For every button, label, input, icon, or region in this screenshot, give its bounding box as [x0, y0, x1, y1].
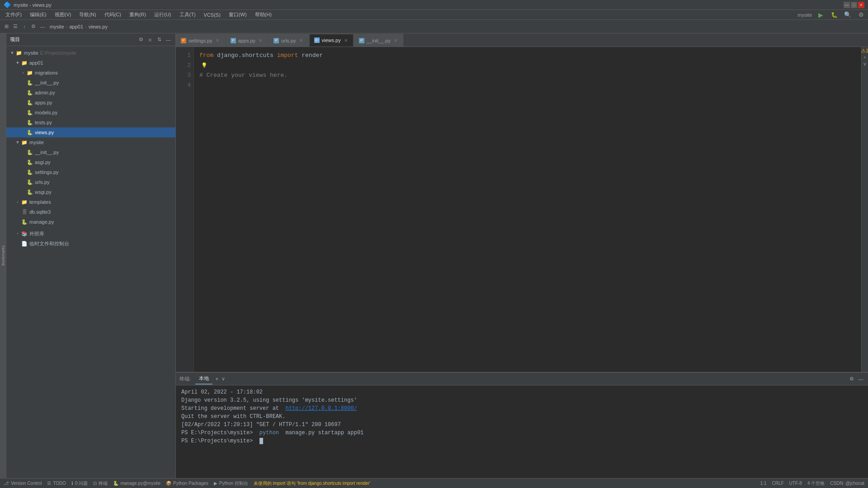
close-button[interactable]: ✕	[858, 2, 864, 8]
status-indent[interactable]: 4 个空格	[807, 480, 825, 487]
tree-temp-files[interactable]: 📄 临时文件和控制台	[6, 239, 175, 249]
terminal-add-button[interactable]: +	[215, 375, 219, 382]
terminal-chevron-button[interactable]: ∨	[222, 376, 225, 382]
minimize-button[interactable]: —	[844, 2, 850, 8]
terminal-section: 终端: 本地 + ∨ ⚙ — April 02, 2022 - 17:18:02…	[176, 372, 868, 478]
window-title: mysite - views.py	[14, 2, 52, 8]
terminal-icon: ⊡	[93, 481, 97, 486]
tree-migrations[interactable]: › 📁 migrations	[6, 68, 175, 78]
tab-settings-py[interactable]: P settings.py ✕	[176, 34, 225, 47]
hint-bulb[interactable]: 💡	[201, 61, 208, 70]
editor-area: P settings.py ✕ P apps.py ✕ P urls.py ✕ …	[176, 33, 868, 478]
breadcrumb-app01[interactable]: app01	[69, 24, 83, 29]
tree-app01[interactable]: ▼ 📁 app01	[6, 58, 175, 68]
title-bar-controls: — □ ✕	[844, 2, 864, 8]
run-button[interactable]: ▶	[816, 10, 826, 20]
status-problems[interactable]: ℹ 0 问题	[71, 480, 88, 487]
right-margin: ⚠ 1 ^ v	[861, 47, 868, 372]
server-url-link[interactable]: http://127.0.0.1:8000/	[285, 405, 357, 412]
status-python-packages[interactable]: 📦 Python Packages	[166, 481, 208, 486]
status-manage-py[interactable]: 🐍 manage.py@mysite	[113, 481, 160, 486]
menu-help[interactable]: 帮助(H)	[251, 10, 275, 19]
status-todo[interactable]: ☰ TODO	[47, 481, 66, 486]
tab-views-py[interactable]: P views.py ✕	[309, 34, 354, 47]
navigate-forward-button[interactable]: ☰	[12, 23, 19, 30]
tree-manage-py[interactable]: 🐍 manage.py	[6, 217, 175, 227]
status-encoding[interactable]: UTF-8	[789, 481, 802, 486]
status-version-control[interactable]: ⎇ Version Control	[4, 481, 42, 486]
tree-wsgi-py[interactable]: 🐍 wsgi.py	[6, 187, 175, 197]
menu-tools[interactable]: 工具(T)	[176, 10, 199, 19]
tab-close-urls[interactable]: ✕	[298, 38, 304, 43]
navigate-back-button[interactable]: ⊞	[3, 23, 10, 30]
external-libs-icon: 📚	[21, 230, 28, 237]
collapse-button[interactable]: —	[39, 23, 46, 30]
breadcrumb-mysite[interactable]: mysite	[50, 24, 64, 29]
unused-import-warning: 未使用的 import 语句 'from django.shortcuts im…	[254, 480, 370, 487]
warning-count-badge: ⚠	[861, 48, 866, 54]
panel-close-button[interactable]: —	[165, 36, 172, 43]
urls-tab-icon: P	[274, 38, 279, 43]
search-everywhere-button[interactable]: 🔍	[843, 10, 853, 20]
tree-settings-py[interactable]: 🐍 settings.py	[6, 167, 175, 177]
tab-close-apps[interactable]: ✕	[258, 38, 263, 43]
tab-close-settings[interactable]: ✕	[215, 38, 220, 43]
menu-refactor[interactable]: 重构(R)	[126, 10, 150, 19]
tree-db-sqlite3[interactable]: 🗄 db.sqlite3	[6, 207, 175, 217]
status-right: 1:1 CRLF UTF-8 4 个空格 CSDN: @jchocat	[760, 480, 864, 487]
tree-tests-py[interactable]: 🐍 tests.py	[6, 117, 175, 127]
menu-window[interactable]: 窗口(W)	[225, 10, 250, 19]
panel-settings-button[interactable]: ⚙	[137, 36, 145, 43]
panel-list-button[interactable]: ≡	[146, 36, 154, 43]
menu-edit[interactable]: 编辑(E)	[26, 10, 50, 19]
terminal-minimize-button[interactable]: —	[857, 375, 864, 383]
settings-gear-button[interactable]: ⚙	[30, 23, 37, 30]
up-button[interactable]: ↑	[21, 23, 28, 30]
status-python-console[interactable]: ▶ Python 控制台	[214, 480, 248, 487]
tree-root-mysite[interactable]: ▼ 📁 mysite E:\Projects\mysite	[6, 48, 175, 58]
tab-close-init[interactable]: ✕	[393, 38, 398, 43]
tree-mysite-folder[interactable]: ▼ 📁 mysite	[6, 137, 175, 147]
status-position[interactable]: 1:1	[760, 481, 767, 486]
tab-apps-py[interactable]: P apps.py ✕	[226, 34, 269, 47]
term-line-7: PS E:\Projects\mysite>	[181, 437, 863, 445]
breadcrumb-views[interactable]: views.py	[89, 24, 108, 29]
tree-mysite-init[interactable]: 🐍 __init__.py	[6, 147, 175, 157]
tree-apps-py[interactable]: 🐍 apps.py	[6, 98, 175, 108]
tree-urls-py[interactable]: 🐍 urls.py	[6, 177, 175, 187]
term-line-1: April 02, 2022 - 17:18:02	[181, 388, 863, 396]
code-content[interactable]: from django.shortcuts import render 💡 # …	[194, 47, 861, 372]
maximize-button[interactable]: □	[851, 2, 857, 8]
tree-admin-py[interactable]: 🐍 admin.py	[6, 88, 175, 98]
views-py-icon: 🐍	[26, 129, 33, 136]
tree-views-py[interactable]: 🐍 views.py	[6, 127, 175, 137]
panel-header: 项目 ⚙ ≡ ⇅ —	[6, 33, 175, 46]
code-line-1: from django.shortcuts import render	[199, 51, 856, 61]
tree-external-libs[interactable]: › 📚 外部库	[6, 229, 175, 239]
tree-app01-init[interactable]: 🐍 __init__.py	[6, 78, 175, 88]
menu-view[interactable]: 视图(V)	[51, 10, 75, 19]
line-numbers: 1 2 3 4	[176, 47, 194, 372]
settings-tab-icon: P	[181, 38, 186, 43]
tree-asgi-py[interactable]: 🐍 asgi.py	[6, 157, 175, 167]
menu-vcs[interactable]: VCS(S)	[200, 11, 224, 19]
terminal-tab-local[interactable]: 本地	[195, 374, 212, 385]
status-line-sep[interactable]: CRLF	[772, 481, 783, 486]
debug-button[interactable]: 🐛	[829, 10, 839, 20]
file-tree: ▼ 📁 mysite E:\Projects\mysite ▼ 📁 app01 …	[6, 46, 175, 478]
settings-button[interactable]: ⚙	[856, 10, 866, 20]
menu-file[interactable]: 文件(F)	[2, 10, 25, 19]
tree-templates[interactable]: › 📁 templates	[6, 197, 175, 207]
tab-init-py[interactable]: P __init__.py ✕	[354, 34, 403, 47]
tab-close-views[interactable]: ✕	[343, 38, 349, 43]
terminal-content[interactable]: April 02, 2022 - 17:18:02 Django version…	[176, 385, 868, 478]
menu-code[interactable]: 代码(C)	[101, 10, 125, 19]
vcs-icon: ⎇	[4, 481, 9, 486]
panel-sort-button[interactable]: ⇅	[156, 36, 163, 43]
menu-navigate[interactable]: 导航(N)	[75, 10, 99, 19]
status-terminal[interactable]: ⊡ 终端	[93, 480, 108, 487]
menu-run[interactable]: 运行(U)	[151, 10, 175, 19]
tab-urls-py[interactable]: P urls.py ✕	[269, 34, 308, 47]
tree-models-py[interactable]: 🐍 models.py	[6, 108, 175, 117]
terminal-settings-button[interactable]: ⚙	[848, 375, 855, 383]
